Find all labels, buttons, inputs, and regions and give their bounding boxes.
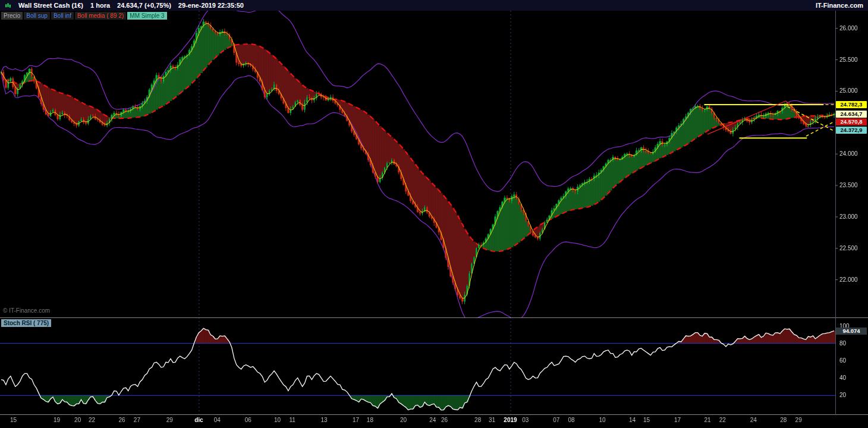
timeframe-label: 1 hora	[90, 2, 110, 9]
app-window: Wall Street Cash (1€) 1 hora 24.634,7 (+…	[0, 0, 868, 428]
indicator-chip-mm-simple-3[interactable]: MM Simple 3	[127, 12, 166, 20]
date-axis-label: 18	[360, 417, 380, 423]
indicator-chip-boll-inf[interactable]: Boll inf	[51, 12, 74, 20]
main-chart-canvas[interactable]	[0, 11, 868, 317]
date-axis-label: 10	[592, 417, 612, 423]
date-axis-label: 29	[788, 417, 809, 423]
date-axis-label: 27	[127, 417, 147, 423]
stoch-canvas[interactable]	[0, 317, 868, 415]
date-axis-label: dic	[188, 417, 209, 423]
title-bar: Wall Street Cash (1€) 1 hora 24.634,7 (+…	[0, 0, 868, 11]
instrument-title: Wall Street Cash (1€)	[18, 2, 83, 9]
date-axis-label: 24	[743, 417, 763, 423]
chart-icon	[5, 2, 11, 9]
date-axis-label: 06	[238, 417, 258, 423]
date-axis-label: 26	[434, 417, 454, 423]
indicator-chip-boll-media-89-2[interactable]: Boll media ( 89 2)	[75, 12, 126, 20]
indicator-chip-row: PrecioBoll supBoll infBoll media ( 89 2)…	[1, 12, 167, 20]
date-axis-label: 11	[282, 417, 303, 423]
main-chart-area: PrecioBoll supBoll infBoll media ( 89 2)…	[0, 11, 868, 317]
date-axis-label: 04	[207, 417, 227, 423]
date-axis-label: 22	[82, 417, 102, 423]
date-axis-label: 29	[159, 417, 180, 423]
date-axis-label: 15	[3, 417, 23, 423]
date-axis-label: 19	[47, 417, 67, 423]
date-axis-label: 15	[636, 417, 656, 423]
date-axis-label: 13	[314, 417, 334, 423]
date-axis: 15192022262729dic04061011131718202426283…	[0, 415, 868, 428]
date-axis-label: 03	[515, 417, 536, 423]
stoch-value-badge: 94.074	[836, 328, 867, 335]
date-axis-label: 17	[667, 417, 687, 423]
stoch-indicator-label[interactable]: Stoch RSI ( 775)	[1, 319, 51, 327]
stoch-panel: Stoch RSI ( 775) 94.074	[0, 317, 868, 415]
date-axis-label: 08	[561, 417, 581, 423]
date-axis-label: 22	[712, 417, 732, 423]
date-axis-label: 20	[394, 417, 414, 423]
indicator-chip-precio[interactable]: Precio	[1, 12, 23, 20]
date-axis-label: 31	[482, 417, 502, 423]
indicator-chip-boll-sup[interactable]: Boll sup	[24, 12, 50, 20]
watermark: © IT-Finance.com	[3, 307, 50, 314]
datetime-label: 29-ene-2019 22:35:50	[178, 2, 244, 9]
price-change: 24.634,7 (+0,75%)	[117, 2, 171, 9]
brand-label: IT-Finance.com	[816, 2, 863, 9]
